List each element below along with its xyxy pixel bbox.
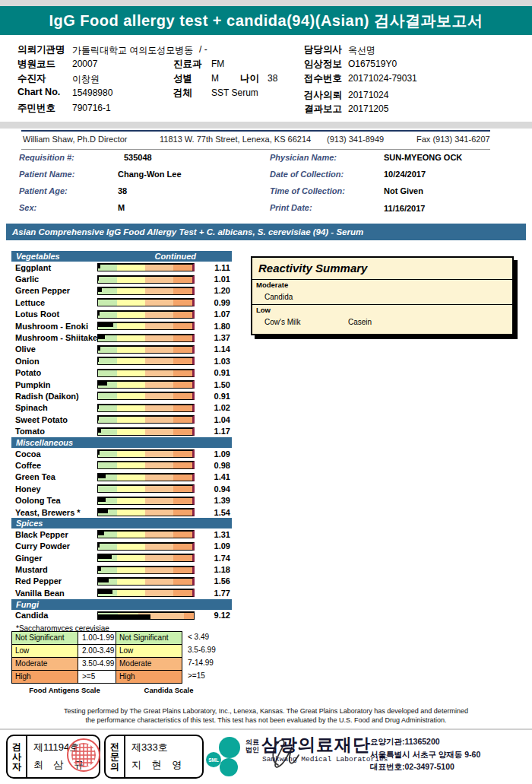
result-row: Curry Powder1.09 bbox=[11, 541, 232, 552]
label-requesting-org: 의뢰기관명 bbox=[17, 43, 65, 56]
org-info-line: 요양기관:11365200 bbox=[370, 735, 480, 748]
food-name: Oolong Tea bbox=[11, 496, 97, 505]
scale-caption: Candida Scale bbox=[116, 684, 222, 694]
result-row: Pumpkin1.50 bbox=[11, 379, 232, 390]
value-patient: 이창원 bbox=[72, 73, 100, 86]
value-requesting-org-extra: / - bbox=[199, 44, 207, 55]
reactivity-bar bbox=[97, 566, 195, 574]
summary-level: Moderate bbox=[252, 281, 512, 289]
scale-level: Not Significant bbox=[11, 631, 78, 645]
result-row: Oolong Tea1.39 bbox=[11, 494, 232, 506]
result-value: 0.91 bbox=[195, 392, 232, 401]
food-name: Eggplant bbox=[11, 263, 97, 272]
reactivity-bar bbox=[97, 611, 195, 620]
reactivity-bar bbox=[97, 473, 195, 481]
reactivity-bar bbox=[97, 415, 195, 424]
result-value: 1.37 bbox=[195, 333, 232, 342]
result-value: 1.09 bbox=[195, 449, 232, 459]
result-value: 1.74 bbox=[195, 554, 232, 563]
label-patient: 수진자 bbox=[17, 72, 46, 85]
label-collection-time: Time of Collection: bbox=[270, 186, 345, 195]
scale-row: Moderate7-14.99 bbox=[116, 657, 225, 671]
result-row: Mustard1.18 bbox=[11, 563, 232, 575]
lab-phone: (913) 341-8949 bbox=[327, 135, 384, 144]
label-chart-no: Chart No. bbox=[17, 87, 60, 97]
food-name: Tomato bbox=[11, 427, 97, 436]
food-name: Ginger bbox=[11, 554, 97, 563]
scale-row: High>=5 bbox=[11, 670, 118, 684]
food-name: Onion bbox=[11, 357, 97, 366]
reactivity-bar bbox=[97, 508, 195, 516]
test-title: Asian Comprehensive IgG Food Allergy Tes… bbox=[12, 227, 363, 236]
food-name: Black Pepper bbox=[11, 530, 97, 539]
section-header-fungi: Fungi bbox=[11, 599, 232, 610]
report-title-band: IgG Food allergy test + candida(94)(Asia… bbox=[0, 6, 532, 35]
disclaimer-line: the performance characteristics of this … bbox=[0, 716, 532, 725]
scale-range: 7-14.99 bbox=[182, 657, 225, 671]
reactivity-bar bbox=[97, 530, 195, 538]
food-name: Lettuce bbox=[11, 298, 97, 307]
food-name: Olive bbox=[11, 344, 97, 354]
lab-bar-top-rule bbox=[21, 130, 490, 132]
result-row: Lettuce0.99 bbox=[11, 297, 232, 308]
lab-address: 11813 W. 77th Street, Lenexa, KS 66214 bbox=[160, 135, 311, 144]
specialist-role-cell: 전문의 bbox=[106, 736, 125, 777]
food-name: Mushroom - Shiitake bbox=[11, 333, 97, 342]
result-row: Green Pepper1.20 bbox=[11, 285, 232, 297]
result-value: 1.01 bbox=[195, 275, 232, 284]
result-value: 0.91 bbox=[195, 368, 232, 377]
section-header-spices: Spices bbox=[11, 518, 232, 528]
reactivity-bar bbox=[97, 497, 195, 505]
result-value: 9.12 bbox=[195, 611, 232, 620]
section-title: Fungi bbox=[16, 600, 39, 609]
lab-fax: Fax (913) 341-6207 bbox=[416, 135, 490, 144]
result-row: Lotus Root1.07 bbox=[11, 309, 232, 320]
food-name: Vanilla Bean bbox=[11, 589, 97, 598]
reactivity-bar bbox=[97, 287, 195, 295]
summary-item: Casein bbox=[348, 318, 432, 326]
scale-range: 2.00-3.49 bbox=[78, 644, 117, 658]
food-name: Green Pepper bbox=[11, 286, 97, 295]
reactivity-bar bbox=[97, 310, 195, 319]
food-name: Red Pepper bbox=[11, 576, 97, 586]
result-row: Mushroom - Enoki1.80 bbox=[11, 320, 232, 332]
value-specimen: SST Serum bbox=[211, 87, 258, 98]
result-row: Black Pepper1.31 bbox=[11, 528, 232, 540]
result-row: Potato0.91 bbox=[11, 367, 232, 379]
reactivity-summary-title: Reactivity Summary bbox=[252, 258, 512, 278]
reactivity-bar bbox=[97, 461, 195, 469]
food-name: Yeast, Brewers * bbox=[11, 508, 97, 517]
result-value: 1.56 bbox=[195, 576, 232, 586]
result-value: 0.98 bbox=[195, 461, 232, 470]
result-value: 1.50 bbox=[195, 380, 232, 389]
result-value: 1.54 bbox=[195, 508, 232, 517]
top-gray-strip bbox=[0, 0, 532, 6]
bar-fill bbox=[98, 265, 100, 268]
divider-strip bbox=[0, 122, 532, 129]
footer-divider bbox=[0, 728, 532, 730]
result-row: Sweet Potato1.04 bbox=[11, 414, 232, 425]
bar-fill bbox=[98, 347, 100, 351]
scale-range: 3.50-4.99 bbox=[78, 657, 117, 671]
result-row: Red Pepper1.56 bbox=[11, 576, 232, 587]
scale-level: Low bbox=[116, 644, 182, 658]
result-value: 1.02 bbox=[195, 403, 232, 412]
result-row: Green Tea1.41 bbox=[11, 471, 232, 483]
food-name: Cocoa bbox=[11, 449, 97, 459]
value-collection-date: 10/24/2017 bbox=[384, 170, 426, 179]
result-value: 1.14 bbox=[195, 344, 232, 354]
summary-divider bbox=[252, 304, 512, 305]
reactivity-bar bbox=[97, 357, 195, 365]
value-chart-no: 15498980 bbox=[72, 87, 112, 98]
result-value: 1.07 bbox=[195, 309, 232, 319]
result-row: Yeast, Brewers *1.54 bbox=[11, 506, 232, 518]
reactivity-bar bbox=[97, 404, 195, 412]
label-sex: 성별 bbox=[173, 72, 192, 85]
scale-range: 3.5-6.99 bbox=[182, 644, 225, 658]
label-physician-kr: 담당의사 bbox=[304, 43, 342, 56]
red-seal-stamp-icon bbox=[67, 738, 100, 772]
scale-range: < 3.49 bbox=[182, 631, 225, 645]
reactivity-bar bbox=[97, 542, 195, 551]
value-hospital-code: 20007 bbox=[72, 59, 97, 69]
summary-divider bbox=[252, 279, 512, 280]
